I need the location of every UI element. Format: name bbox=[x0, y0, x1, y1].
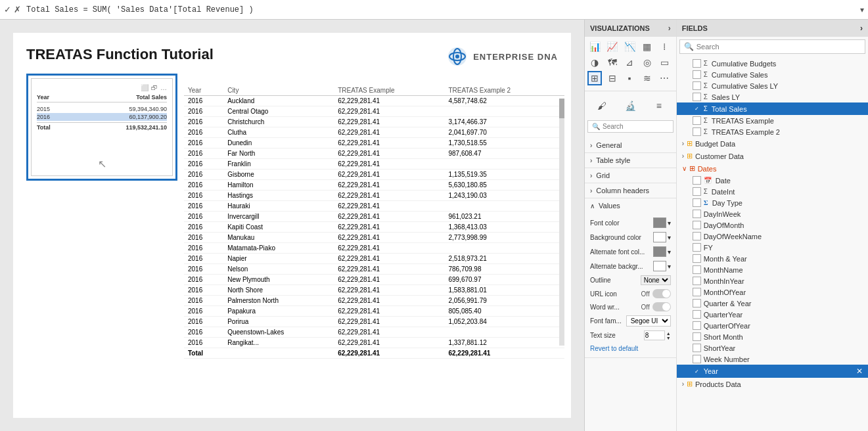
alt-bg-color-box[interactable] bbox=[653, 261, 666, 271]
list-item-short-month[interactable]: Short Month bbox=[677, 331, 868, 342]
list-item-treatas-example[interactable]: Σ TREATAS Example bbox=[677, 115, 868, 126]
list-item-monthofyear[interactable]: MonthOfYear bbox=[677, 286, 868, 298]
bg-color-picker[interactable]: ▾ bbox=[653, 232, 671, 242]
field-label: TREATAS Example 2 bbox=[712, 128, 780, 136]
viz-icon-column[interactable]: ▦ bbox=[640, 39, 654, 54]
visualizations-close-arrow[interactable]: › bbox=[668, 24, 671, 33]
list-item-dayinweek[interactable]: DayInWeek bbox=[677, 208, 868, 219]
list-item-dayofmonth[interactable]: DayOfMonth bbox=[677, 219, 868, 231]
viz-icon-bar[interactable]: 📊 bbox=[587, 39, 602, 54]
list-item-monthname[interactable]: MonthName bbox=[677, 264, 868, 275]
list-item-fy[interactable]: FY bbox=[677, 242, 868, 253]
checkbox-unchecked-icon bbox=[693, 70, 701, 79]
sidebar-item-budget-data[interactable]: › ⊞ Budget Data bbox=[677, 137, 868, 150]
font-color-box[interactable] bbox=[653, 217, 666, 228]
text-size-control[interactable]: ▲ ▼ bbox=[644, 330, 671, 340]
viz-icon-area[interactable]: 📉 bbox=[622, 39, 637, 54]
list-item-quarter-year[interactable]: Quarter & Year bbox=[677, 298, 868, 309]
viz-icon-table[interactable]: ⊞ bbox=[587, 71, 602, 85]
table-icon: ⊞ bbox=[687, 380, 693, 388]
list-item-date[interactable]: 📅 Date bbox=[677, 175, 868, 186]
viz-analytics-icon[interactable]: 🔬 bbox=[621, 97, 639, 115]
list-item-cumulative-sales[interactable]: Σ Cumulative Sales bbox=[677, 69, 868, 80]
list-item-cumulative-sales-ly[interactable]: Σ Cumulative Sales LY bbox=[677, 80, 868, 91]
format-group-grid-header[interactable]: › Grid bbox=[585, 168, 676, 183]
fields-search-box[interactable]: 🔍 bbox=[679, 39, 865, 54]
text-size-down[interactable]: ▼ bbox=[666, 336, 671, 340]
list-item-treatas-example2[interactable]: Σ TREATAS Example 2 bbox=[677, 126, 868, 137]
viz-search-box[interactable]: 🔍 bbox=[587, 120, 674, 133]
viz-fields-icon[interactable]: ≡ bbox=[650, 97, 668, 115]
bg-color-dropdown[interactable]: ▾ bbox=[668, 234, 671, 241]
table-row: 2016Rangikat...62,229,281.411,337,881.12 bbox=[184, 338, 564, 348]
format-group-col-headers-header[interactable]: › Column headers bbox=[585, 183, 676, 198]
field-label: Day Type bbox=[712, 199, 742, 207]
text-size-up[interactable]: ▲ bbox=[666, 331, 671, 336]
font-family-select[interactable]: Segoe UI bbox=[626, 315, 671, 327]
list-item-month-year[interactable]: Month & Year bbox=[677, 253, 868, 264]
list-item-sales-ly[interactable]: Σ Sales LY bbox=[677, 91, 868, 102]
delete-icon[interactable]: ✕ bbox=[856, 367, 863, 376]
viz-icon-more[interactable]: ⋯ bbox=[657, 71, 672, 85]
format-group-grid: › Grid bbox=[585, 168, 676, 183]
fields-search-input[interactable] bbox=[697, 43, 861, 51]
group-label: Products Data bbox=[695, 380, 741, 388]
viz-icon-gauge[interactable]: ◎ bbox=[640, 55, 654, 70]
viz-icon-waterfall[interactable]: ≋ bbox=[640, 71, 654, 85]
url-icon-toggle-btn[interactable] bbox=[652, 289, 671, 298]
viz-icon-map[interactable]: 🗺 bbox=[605, 55, 620, 70]
url-icon-toggle[interactable]: Off bbox=[641, 289, 671, 298]
sidebar-item-dates[interactable]: ∨ ⊞ Dates bbox=[677, 162, 868, 175]
viz-format-icon[interactable]: 🖌 bbox=[593, 97, 611, 115]
viz-icon-matrix[interactable]: ⊟ bbox=[605, 71, 620, 85]
list-item-week-number[interactable]: Week Number bbox=[677, 353, 868, 365]
table-header-row: Year City TREATAS Example TREATAS Exampl… bbox=[184, 85, 564, 96]
field-label: Cumulative Sales LY bbox=[712, 82, 778, 90]
text-size-spinners[interactable]: ▲ ▼ bbox=[666, 331, 671, 340]
alt-font-color-picker[interactable]: ▾ bbox=[653, 246, 671, 257]
sidebar-item-customer-data[interactable]: › ⊞ Customer Data bbox=[677, 150, 868, 162]
list-item-quarteryear[interactable]: QuarterYear bbox=[677, 309, 868, 320]
alt-bg-color-picker[interactable]: ▾ bbox=[653, 261, 671, 271]
alt-font-dropdown[interactable]: ▾ bbox=[668, 248, 671, 256]
viz-search-input[interactable] bbox=[603, 123, 669, 130]
col-header-city: City bbox=[223, 85, 334, 96]
format-group-general-header[interactable]: › General bbox=[585, 138, 676, 152]
scrollbar[interactable] bbox=[559, 99, 564, 346]
word-wrap-toggle-btn[interactable] bbox=[652, 302, 671, 311]
cross-icon[interactable]: ✗ bbox=[14, 5, 21, 14]
alt-bg-dropdown[interactable]: ▾ bbox=[668, 263, 671, 270]
list-item-total-sales[interactable]: ✓ Σ Total Sales bbox=[677, 102, 868, 115]
list-item-dateint[interactable]: Σ DateInt bbox=[677, 186, 868, 197]
check-icon[interactable]: ✓ bbox=[4, 5, 11, 14]
revert-default-button[interactable]: Revert to default bbox=[590, 342, 638, 355]
viz-icon-scatter[interactable]: ⁞ bbox=[657, 39, 672, 54]
format-group-values-header[interactable]: ∧ Values bbox=[585, 198, 676, 213]
format-group-table-style-header[interactable]: › Table style bbox=[585, 153, 676, 168]
font-color-dropdown[interactable]: ▾ bbox=[668, 219, 671, 227]
small-table-visual[interactable]: ⬜🗗… Year Total Sales 2015 59,394,340.90 … bbox=[26, 74, 177, 181]
viz-icon-funnel[interactable]: ⊿ bbox=[622, 55, 637, 70]
viz-icon-line[interactable]: 📈 bbox=[605, 39, 620, 54]
url-icon-label: URL icon bbox=[590, 290, 617, 298]
fields-close-arrow[interactable]: › bbox=[860, 24, 863, 33]
list-item-dayofweekname[interactable]: DayOfWeekName bbox=[677, 231, 868, 242]
text-size-input[interactable] bbox=[644, 330, 665, 340]
formula-dropdown-arrow[interactable]: ▾ bbox=[860, 5, 864, 14]
list-item-monthinyear[interactable]: MonthInYear bbox=[677, 275, 868, 286]
font-color-picker[interactable]: ▾ bbox=[653, 217, 671, 228]
alt-font-color-box[interactable] bbox=[653, 246, 666, 257]
list-item-shortyear[interactable]: ShortYear bbox=[677, 342, 868, 353]
list-item-year[interactable]: ✓ Year ✕ bbox=[677, 365, 868, 378]
outline-select[interactable]: None bbox=[641, 275, 671, 285]
chevron-down-icon: ∨ bbox=[682, 165, 687, 172]
sidebar-item-products-data[interactable]: › ⊞ Products Data bbox=[677, 378, 868, 390]
list-item-cumulative-budgets[interactable]: Σ Cumulative Budgets bbox=[677, 58, 868, 69]
viz-icon-treemap[interactable]: ▪ bbox=[622, 71, 637, 85]
list-item-day-type[interactable]: 𝚺 Day Type bbox=[677, 197, 868, 208]
list-item-quarterofyear[interactable]: QuarterOfYear bbox=[677, 320, 868, 331]
viz-icon-card[interactable]: ▭ bbox=[657, 55, 672, 70]
bg-color-box[interactable] bbox=[653, 232, 666, 242]
viz-icon-pie[interactable]: ◑ bbox=[587, 55, 602, 70]
word-wrap-toggle[interactable]: Off bbox=[641, 302, 671, 311]
